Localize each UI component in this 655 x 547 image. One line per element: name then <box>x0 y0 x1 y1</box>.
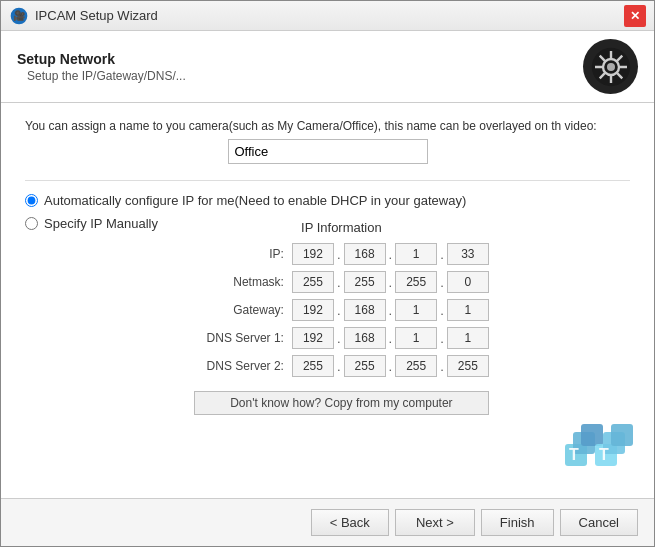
manual-ip-label[interactable]: Specify IP Manually <box>44 216 158 231</box>
header-subtitle: Setup the IP/Gateway/DNS/... <box>27 69 186 83</box>
title-bar-left: 🎥 IPCAM Setup Wizard <box>9 6 158 26</box>
ip-dot: . <box>440 359 444 374</box>
ip-boxes: ... <box>292 355 489 377</box>
ip-octet-input[interactable] <box>447 243 489 265</box>
ip-octet-input[interactable] <box>395 243 437 265</box>
auto-ip-radio[interactable] <box>25 194 38 207</box>
ip-dot: . <box>389 303 393 318</box>
divider <box>25 180 630 181</box>
footer: < Back Next > Finish Cancel <box>1 498 654 546</box>
ip-octet-input[interactable] <box>447 327 489 349</box>
ip-info-title: IP Information <box>194 220 489 235</box>
header-section: Setup Network Setup the IP/Gateway/DNS/.… <box>1 31 654 103</box>
ip-field-row: Netmask:... <box>194 271 489 293</box>
ip-dot: . <box>389 331 393 346</box>
copy-from-computer-button[interactable]: Don't know how? Copy from my computer <box>194 391 489 415</box>
main-window: 🎥 IPCAM Setup Wizard ✕ Setup Network Set… <box>0 0 655 547</box>
close-button[interactable]: ✕ <box>624 5 646 27</box>
ip-field-row: IP:... <box>194 243 489 265</box>
ip-octet-input[interactable] <box>447 355 489 377</box>
ip-field-label: Netmask: <box>194 275 284 289</box>
ip-field-label: Gateway: <box>194 303 284 317</box>
finish-button[interactable]: Finish <box>481 509 554 536</box>
ip-boxes: ... <box>292 299 489 321</box>
ip-octet-input[interactable] <box>292 271 334 293</box>
ip-field-label: IP: <box>194 247 284 261</box>
radio-section: Automatically configure IP for me(Need t… <box>25 193 630 415</box>
ip-boxes: ... <box>292 271 489 293</box>
ip-octet-input[interactable] <box>344 271 386 293</box>
header-title: Setup Network <box>17 51 186 67</box>
ip-octet-input[interactable] <box>395 271 437 293</box>
auto-ip-row: Automatically configure IP for me(Need t… <box>25 193 630 208</box>
ip-octet-input[interactable] <box>292 355 334 377</box>
ip-boxes: ... <box>292 243 489 265</box>
ip-dot: . <box>337 331 341 346</box>
ip-dot: . <box>389 359 393 374</box>
window-title: IPCAM Setup Wizard <box>35 8 158 23</box>
ip-octet-input[interactable] <box>292 327 334 349</box>
ip-octet-input[interactable] <box>292 243 334 265</box>
ip-dot: . <box>440 247 444 262</box>
back-button[interactable]: < Back <box>311 509 389 536</box>
ip-octet-input[interactable] <box>292 299 334 321</box>
ip-dot: . <box>389 275 393 290</box>
camera-name-input[interactable] <box>228 139 428 164</box>
ip-dot: . <box>337 303 341 318</box>
ip-field-label: DNS Server 2: <box>194 359 284 373</box>
camera-name-section: You can assign a name to you camera(such… <box>25 119 630 164</box>
ip-octet-input[interactable] <box>344 243 386 265</box>
cancel-button[interactable]: Cancel <box>560 509 638 536</box>
camera-name-label: You can assign a name to you camera(such… <box>25 119 630 133</box>
ip-field-row: DNS Server 1:... <box>194 327 489 349</box>
manual-ip-row: Specify IP Manually <box>25 216 158 231</box>
svg-point-12 <box>607 63 615 71</box>
ip-fields-container: IP:...Netmask:...Gateway:...DNS Server 1… <box>194 243 489 377</box>
title-bar: 🎥 IPCAM Setup Wizard ✕ <box>1 1 654 31</box>
ip-dot: . <box>337 359 341 374</box>
app-icon: 🎥 <box>9 6 29 26</box>
next-button[interactable]: Next > <box>395 509 475 536</box>
ip-dot: . <box>389 247 393 262</box>
ip-field-row: Gateway:... <box>194 299 489 321</box>
ip-field-label: DNS Server 1: <box>194 331 284 345</box>
header-left: Setup Network Setup the IP/Gateway/DNS/.… <box>17 51 186 83</box>
header-icon <box>583 39 638 94</box>
ip-dot: . <box>337 247 341 262</box>
ip-octet-input[interactable] <box>395 327 437 349</box>
ip-dot: . <box>337 275 341 290</box>
ip-info-area: IP Information IP:...Netmask:...Gateway:… <box>194 220 489 415</box>
svg-text:🎥: 🎥 <box>13 9 26 22</box>
ip-dot: . <box>440 331 444 346</box>
ip-octet-input[interactable] <box>395 355 437 377</box>
ip-octet-input[interactable] <box>344 299 386 321</box>
ip-dot: . <box>440 275 444 290</box>
manual-ip-radio[interactable] <box>25 217 38 230</box>
ip-dot: . <box>440 303 444 318</box>
ip-octet-input[interactable] <box>395 299 437 321</box>
ip-octet-input[interactable] <box>344 355 386 377</box>
content-area: You can assign a name to you camera(such… <box>1 103 654 498</box>
ip-field-row: DNS Server 2:... <box>194 355 489 377</box>
gear-icon <box>591 47 631 87</box>
ip-octet-input[interactable] <box>447 299 489 321</box>
ip-octet-input[interactable] <box>447 271 489 293</box>
ip-octet-input[interactable] <box>344 327 386 349</box>
ip-boxes: ... <box>292 327 489 349</box>
auto-ip-label[interactable]: Automatically configure IP for me(Need t… <box>44 193 466 208</box>
